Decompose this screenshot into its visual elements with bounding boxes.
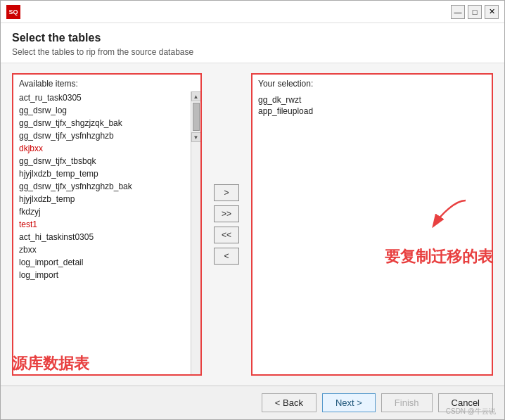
move-left-btn[interactable]: <: [214, 248, 239, 265]
left-scrollbar[interactable]: ▲ ▼: [191, 91, 200, 374]
selection-list[interactable]: gg_dk_rwztapp_fileupload: [252, 91, 492, 120]
list-item[interactable]: hjyjlxdzb_temp: [13, 193, 191, 205]
list-item[interactable]: act_hi_taskinst0305: [13, 231, 191, 243]
watermark: CSDN @牛云说: [446, 407, 496, 416]
title-bar-left: SQ: [6, 5, 20, 19]
list-item[interactable]: test1: [13, 218, 191, 231]
list-item[interactable]: dkjbxx: [13, 142, 191, 155]
move-all-right-btn[interactable]: >>: [214, 205, 239, 222]
next-button[interactable]: Next >: [322, 393, 376, 412]
list-item[interactable]: log_import: [13, 269, 191, 281]
page-title: Select the tables: [12, 32, 493, 44]
right-annotation-text: 要复制迁移的表: [385, 246, 493, 267]
selection-label: Your selection:: [252, 75, 492, 91]
move-right-btn[interactable]: >: [214, 184, 239, 201]
available-items-label: Available items:: [13, 75, 200, 91]
title-bar-controls: — □ ✕: [451, 5, 499, 19]
title-bar: SQ — □ ✕: [1, 1, 504, 23]
annotation-arrow-svg: [427, 193, 469, 236]
maximize-button[interactable]: □: [468, 5, 482, 19]
page-header: Select the tables Select the tables to r…: [1, 23, 504, 63]
list-item[interactable]: act_ru_task0305: [13, 91, 191, 104]
back-button[interactable]: < Back: [262, 393, 317, 412]
transfer-buttons-group: > >> << <: [209, 73, 244, 376]
close-button[interactable]: ✕: [485, 5, 499, 19]
list-item[interactable]: gg_dsrw_tjfx_ysfnhzghzb_bak: [13, 180, 191, 193]
list-item[interactable]: log_import_detail: [13, 256, 191, 269]
available-items-list[interactable]: act_ru_task0305gg_dsrw_loggg_dsrw_tjfx_s…: [13, 91, 191, 374]
selection-item[interactable]: gg_dk_rwzt: [258, 94, 486, 106]
app-icon: SQ: [6, 5, 20, 19]
footer: < Back Next > Finish Cancel: [1, 386, 504, 419]
main-window: SQ — □ ✕ Select the tables Select the ta…: [0, 0, 505, 420]
page-subtitle: Select the tables to rip from the source…: [12, 47, 493, 57]
move-all-left-btn[interactable]: <<: [214, 227, 239, 243]
list-item[interactable]: gg_dsrw_tjfx_shgzjzqk_bak: [13, 117, 191, 129]
scroll-thumb[interactable]: [193, 103, 200, 131]
left-annotation-text: 源库数据表: [12, 353, 89, 374]
scroll-up-arrow[interactable]: ▲: [191, 91, 201, 101]
available-items-list-wrapper: act_ru_task0305gg_dsrw_loggg_dsrw_tjfx_s…: [13, 91, 200, 374]
list-item[interactable]: gg_dsrw_tjfx_tbsbqk: [13, 155, 191, 167]
list-item[interactable]: gg_dsrw_log: [13, 104, 191, 117]
list-item[interactable]: zbxx: [13, 243, 191, 256]
content-area: Available items: act_ru_task0305gg_dsrw_…: [1, 63, 504, 386]
minimize-button[interactable]: —: [451, 5, 465, 19]
list-item[interactable]: gg_dsrw_tjfx_ysfnhzghzb: [13, 129, 191, 142]
selection-item[interactable]: app_fileupload: [258, 106, 486, 117]
scroll-down-arrow[interactable]: ▼: [191, 132, 201, 142]
list-item[interactable]: hjyjlxdzb_temp_temp: [13, 167, 191, 180]
finish-button[interactable]: Finish: [381, 393, 433, 412]
list-item[interactable]: fkdzyj: [13, 205, 191, 218]
available-items-panel: Available items: act_ru_task0305gg_dsrw_…: [12, 73, 202, 376]
